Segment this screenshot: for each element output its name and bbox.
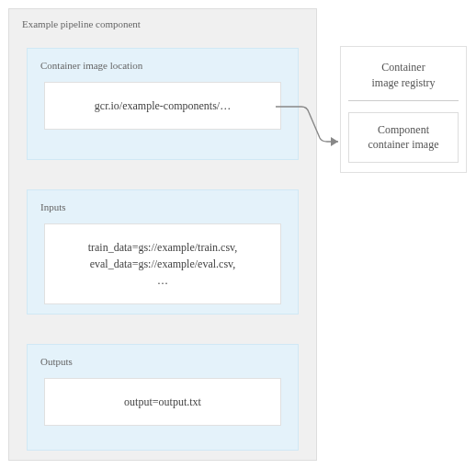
registry-box-line2: container image <box>368 138 439 151</box>
inputs-label: Inputs <box>28 201 298 223</box>
location-label: Container image location <box>28 60 298 82</box>
inputs-line: eval_data=gs://example/eval.csv, <box>52 256 273 272</box>
location-value: gcr.io/example-components/… <box>44 82 281 130</box>
container-location-section: Container image location gcr.io/example-… <box>27 48 299 160</box>
inputs-line: … <box>52 272 273 289</box>
registry-box-line1: Component <box>378 123 429 136</box>
registry-title-line2: image registry <box>372 76 436 89</box>
outputs-value: output=output.txt <box>44 378 281 426</box>
registry-panel: Container image registry Component conta… <box>340 46 467 173</box>
pipeline-component-panel: Example pipeline component Container ima… <box>8 8 317 461</box>
component-image-box: Component container image <box>348 112 459 164</box>
inputs-line: train_data=gs://example/train.csv, <box>52 239 273 256</box>
inputs-value: train_data=gs://example/train.csv, eval_… <box>44 223 281 304</box>
panel-title: Example pipeline component <box>22 18 141 29</box>
registry-title: Container image registry <box>348 56 459 101</box>
outputs-label: Outputs <box>28 356 298 378</box>
inputs-section: Inputs train_data=gs://example/train.csv… <box>27 189 299 315</box>
outputs-section: Outputs output=output.txt <box>27 344 299 451</box>
registry-title-line1: Container <box>381 61 425 74</box>
